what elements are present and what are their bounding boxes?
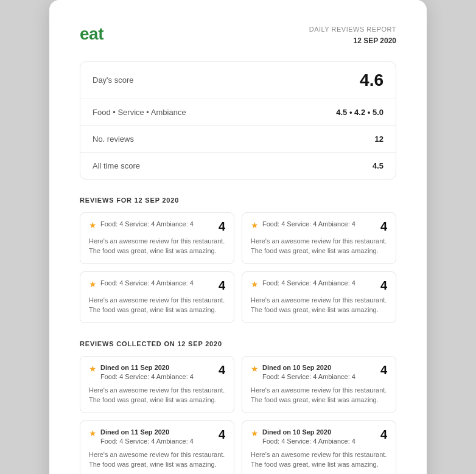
review-scores: Food: 4 Service: 4 Ambiance: 4 [262,279,377,287]
review-number: 4 [219,428,225,441]
review-top: ★ Dined on 10 Sep 2020 Food: 4 Service: … [251,364,387,382]
reviews-for-grid: ★ Food: 4 Service: 4 Ambiance: 4 4 Here'… [80,212,396,323]
no-reviews-label: No. reviews [93,134,134,144]
review-number: 4 [380,279,387,291]
review-top: ★ Food: 4 Service: 4 Ambiance: 4 4 [251,220,387,232]
review-number: 4 [380,364,387,376]
review-text: Here's an awesome review for this restau… [251,450,387,470]
review-scores: Food: 4 Service: 4 Ambiance: 4 [100,373,215,380]
review-meta: Dined on 11 Sep 2020 Food: 4 Service: 4 … [100,364,215,382]
dined-label: Dined on 11 Sep 2020 [100,364,215,371]
dined-label: Dined on 10 Sep 2020 [262,428,377,436]
all-time-row: All time score 4.5 [80,153,396,179]
subcategory-label: Food • Service • Ambiance [93,108,186,117]
review-meta: Food: 4 Service: 4 Ambiance: 4 [262,279,377,288]
review-meta: Food: 4 Service: 4 Ambiance: 4 [100,220,215,229]
review-meta: Dined on 10 Sep 2020 Food: 4 Service: 4 … [262,428,377,446]
all-time-value: 4.5 [373,161,383,170]
review-scores: Food: 4 Service: 4 Ambiance: 4 [262,373,377,380]
review-meta: Dined on 11 Sep 2020 Food: 4 Service: 4 … [100,428,215,446]
no-reviews-row: No. reviews 12 [80,126,396,153]
review-scores: Food: 4 Service: 4 Ambiance: 4 [100,437,215,445]
review-scores: Food: 4 Service: 4 Ambiance: 4 [262,437,377,445]
star-icon: ★ [251,280,259,288]
review-top: ★ Dined on 10 Sep 2020 Food: 4 Service: … [251,428,387,446]
logo: eat [80,24,103,44]
star-icon: ★ [251,221,259,229]
page-card: eat DAILY REVIEWS REPORT 12 SEP 2020 Day… [49,0,427,474]
review-top: ★ Food: 4 Service: 4 Ambiance: 4 4 [89,220,225,232]
review-text: Here's an awesome review for this restau… [251,236,387,256]
review-number: 4 [219,279,225,291]
review-scores: Food: 4 Service: 4 Ambiance: 4 [262,220,377,228]
subcategory-row: Food • Service • Ambiance 4.5 • 4.2 • 5.… [80,99,396,126]
review-scores: Food: 4 Service: 4 Ambiance: 4 [100,279,215,287]
collected-review-card: ★ Dined on 10 Sep 2020 Food: 4 Service: … [242,356,396,413]
review-number: 4 [219,220,225,232]
star-icon: ★ [251,364,259,373]
star-icon: ★ [89,429,97,437]
star-icon: ★ [251,429,259,437]
review-number: 4 [380,220,387,232]
review-meta: Food: 4 Service: 4 Ambiance: 4 [100,279,215,288]
header: eat DAILY REVIEWS REPORT 12 SEP 2020 [80,24,396,47]
report-date: 12 SEP 2020 [309,35,396,47]
review-card: ★ Food: 4 Service: 4 Ambiance: 4 4 Here'… [242,271,396,323]
review-text: Here's an awesome review for this restau… [89,450,225,470]
dined-label: Dined on 11 Sep 2020 [100,428,215,436]
review-text: Here's an awesome review for this restau… [89,295,225,315]
day-score-row: Day's score 4.6 [80,62,396,99]
review-text: Here's an awesome review for this restau… [89,385,225,405]
review-top: ★ Dined on 11 Sep 2020 Food: 4 Service: … [89,428,225,446]
review-meta: Dined on 10 Sep 2020 Food: 4 Service: 4 … [262,364,377,382]
collected-review-card: ★ Dined on 11 Sep 2020 Food: 4 Service: … [80,356,234,413]
reviews-section-title: REVIEWS FOR 12 SEP 2020 [80,197,396,204]
review-card: ★ Food: 4 Service: 4 Ambiance: 4 4 Here'… [80,212,234,264]
collected-review-card: ★ Dined on 10 Sep 2020 Food: 4 Service: … [242,420,396,474]
review-top: ★ Food: 4 Service: 4 Ambiance: 4 4 [89,279,225,291]
review-top: ★ Food: 4 Service: 4 Ambiance: 4 4 [251,279,387,291]
no-reviews-value: 12 [375,134,383,144]
review-number: 4 [380,428,387,441]
subcategory-value: 4.5 • 4.2 • 5.0 [336,108,383,117]
day-score-label: Day's score [93,75,134,85]
star-icon: ★ [89,364,97,373]
scores-box: Day's score 4.6 Food • Service • Ambianc… [80,61,396,179]
review-scores: Food: 4 Service: 4 Ambiance: 4 [100,220,215,228]
report-type: DAILY REVIEWS REPORT [309,26,396,33]
star-icon: ★ [89,280,97,288]
review-number: 4 [219,364,225,376]
collected-review-card: ★ Dined on 11 Sep 2020 Food: 4 Service: … [80,420,234,474]
review-text: Here's an awesome review for this restau… [251,295,387,315]
review-top: ★ Dined on 11 Sep 2020 Food: 4 Service: … [89,364,225,382]
review-card: ★ Food: 4 Service: 4 Ambiance: 4 4 Here'… [80,271,234,323]
day-score-value: 4.6 [360,71,383,90]
reviews-collected-grid: ★ Dined on 11 Sep 2020 Food: 4 Service: … [80,356,396,474]
report-label: DAILY REVIEWS REPORT 12 SEP 2020 [309,24,396,47]
review-text: Here's an awesome review for this restau… [251,385,387,405]
review-meta: Food: 4 Service: 4 Ambiance: 4 [262,220,377,229]
dined-label: Dined on 10 Sep 2020 [262,364,377,371]
review-text: Here's an awesome review for this restau… [89,236,225,256]
review-card: ★ Food: 4 Service: 4 Ambiance: 4 4 Here'… [242,212,396,264]
all-time-label: All time score [93,161,140,170]
star-icon: ★ [89,221,97,229]
collected-section-title: REVIEWS COLLECTED ON 12 SEP 2020 [80,340,396,347]
